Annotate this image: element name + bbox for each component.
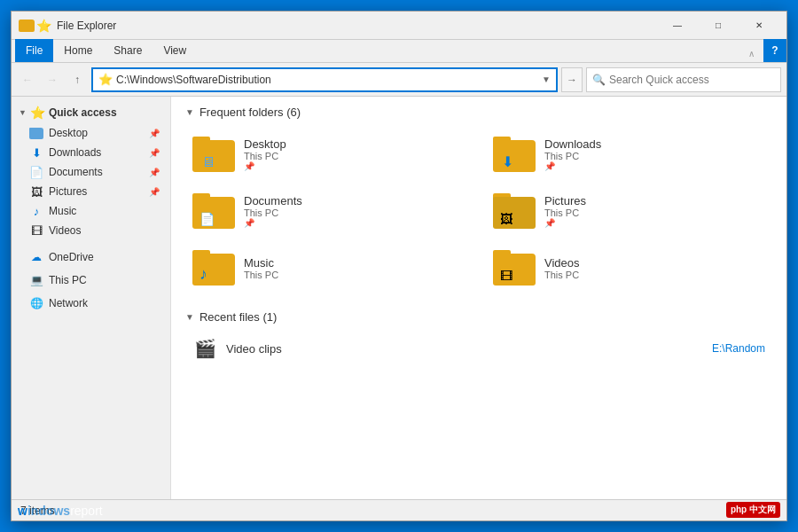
recent-files-label: Recent files (1) (200, 310, 277, 324)
address-go-button[interactable]: → (561, 67, 583, 92)
quick-access-label: Quick access (49, 106, 117, 119)
minimize-button[interactable]: — (657, 12, 698, 40)
sidebar-videos-icon: 🎞 (29, 223, 43, 238)
recent-item-videoclips[interactable]: 🎬 Video clips E:\Random (185, 334, 772, 363)
tab-share[interactable]: Share (103, 39, 153, 62)
folder-downloads-icon: ⬇ (493, 137, 536, 172)
sidebar-onedrive-icon: ☁ (29, 250, 43, 264)
sidebar-item-videos[interactable]: 🎞 Videos (12, 221, 170, 240)
sidebar: ▼ ⭐ Quick access Desktop 📌 ⬇ Downloads 📌 (12, 97, 171, 499)
folder-desktop-icon: 🖥 (192, 137, 235, 172)
sidebar-documents-label: Documents (49, 166, 103, 178)
titlebar-star-icon: ⭐ (36, 19, 51, 33)
folder-documents-icon: 📄 (192, 193, 235, 229)
recent-chevron-icon: ▼ (185, 312, 194, 322)
folder-videos-icon: 🎞 (493, 250, 536, 286)
search-input[interactable] (609, 74, 775, 86)
quick-access-star-icon: ⭐ (30, 106, 45, 120)
sidebar-item-downloads[interactable]: ⬇ Downloads 📌 (12, 143, 170, 162)
titlebar-controls: — □ ✕ (657, 12, 779, 40)
sidebar-desktop-pin: 📌 (149, 129, 160, 138)
item-count: 7 items (20, 505, 55, 517)
folder-downloads-info: Downloads This PC 📌 (544, 137, 601, 171)
help-button[interactable]: ? (763, 39, 786, 62)
sidebar-pictures-pin: 📌 (149, 187, 160, 197)
sidebar-onedrive-label: OneDrive (49, 251, 94, 263)
sidebar-downloads-label: Downloads (49, 146, 101, 159)
frequent-folders-header[interactable]: ▼ Frequent folders (6) (185, 106, 772, 119)
folder-item-pictures[interactable]: 🖼 Pictures This PC 📌 (486, 186, 772, 236)
sidebar-documents-icon: 📄 (29, 165, 43, 179)
tab-home[interactable]: Home (53, 39, 103, 62)
sidebar-pictures-icon: 🖼 (29, 184, 43, 199)
folder-item-documents[interactable]: 📄 Documents This PC 📌 (185, 186, 472, 236)
sidebar-item-thispc[interactable]: 💻 This PC (12, 270, 170, 290)
search-box[interactable]: 🔍 (586, 67, 781, 92)
addressbar: ← → ↑ ⭐ C:\Windows\SoftwareDistribution … (12, 63, 786, 97)
statusbar: 7 items ☰ ⊞ (12, 499, 786, 520)
sidebar-network-icon: 🌐 (29, 296, 43, 310)
sidebar-documents-pin: 📌 (149, 168, 160, 177)
main-area: ▼ ⭐ Quick access Desktop 📌 ⬇ Downloads 📌 (12, 97, 786, 499)
folder-music-icon: ♪ (192, 250, 235, 286)
sidebar-downloads-icon: ⬇ (29, 145, 43, 160)
search-icon: 🔍 (592, 74, 606, 86)
sidebar-item-documents[interactable]: 📄 Documents 📌 (12, 162, 170, 182)
titlebar-folder-icon (19, 20, 35, 32)
sidebar-item-onedrive[interactable]: ☁ OneDrive (12, 247, 170, 267)
folder-videos-info: Videos This PC (544, 256, 580, 280)
folder-documents-info: Documents This PC 📌 (244, 194, 302, 228)
sidebar-network-label: Network (49, 297, 88, 309)
titlebar-title: File Explorer (57, 20, 657, 32)
recent-file-name: Video clips (226, 342, 703, 356)
view-list-icon[interactable]: ☰ (757, 505, 766, 516)
tab-view[interactable]: View (153, 39, 197, 62)
close-button[interactable]: ✕ (739, 12, 779, 40)
tab-file[interactable]: File (15, 39, 53, 62)
sidebar-music-label: Music (49, 205, 76, 217)
sidebar-item-pictures[interactable]: 🖼 Pictures 📌 (12, 182, 170, 201)
sidebar-desktop-icon (29, 126, 43, 140)
sidebar-item-network[interactable]: 🌐 Network (12, 293, 170, 313)
sidebar-desktop-label: Desktop (49, 127, 88, 139)
folder-desktop-info: Desktop This PC 📌 (244, 137, 286, 171)
titlebar: ⭐ File Explorer — □ ✕ (12, 12, 786, 40)
ribbon-expand-icon[interactable]: ∧ (742, 44, 760, 62)
frequent-folders-label: Frequent folders (6) (200, 106, 301, 119)
folder-item-videos[interactable]: 🎞 Videos This PC (486, 243, 772, 293)
address-box[interactable]: ⭐ C:\Windows\SoftwareDistribution ▼ (91, 67, 558, 92)
recent-video-icon: 🎬 (192, 338, 217, 359)
frequent-folders-grid: 🖥 Desktop This PC 📌 ⬇ (185, 129, 772, 293)
address-dropdown-icon[interactable]: ▼ (542, 74, 551, 84)
file-explorer-window: ⭐ File Explorer — □ ✕ File Home Share Vi… (11, 11, 787, 521)
sidebar-downloads-pin: 📌 (149, 148, 160, 158)
sidebar-videos-label: Videos (49, 224, 81, 237)
sidebar-thispc-label: This PC (49, 274, 87, 286)
maximize-button[interactable]: □ (698, 12, 739, 40)
recent-file-path: E:\Random (712, 342, 765, 355)
sidebar-thispc-icon: 💻 (29, 273, 43, 287)
sidebar-item-music[interactable]: ♪ Music (12, 201, 170, 221)
content-area: ▼ Frequent folders (6) 🖥 Desktop This PC… (171, 97, 786, 499)
back-button[interactable]: ← (17, 69, 38, 90)
folder-pictures-info: Pictures This PC 📌 (544, 194, 586, 228)
forward-button[interactable]: → (42, 69, 63, 90)
folder-item-downloads[interactable]: ⬇ Downloads This PC 📌 (486, 129, 772, 179)
sidebar-item-desktop[interactable]: Desktop 📌 (12, 123, 170, 143)
recent-files-header[interactable]: ▼ Recent files (1) (185, 310, 772, 324)
quick-access-header[interactable]: ▼ ⭐ Quick access (12, 102, 170, 123)
sidebar-music-icon: ♪ (29, 204, 43, 218)
ribbon-tabs: File Home Share View ∧ ? (12, 40, 786, 63)
up-button[interactable]: ↑ (66, 69, 88, 90)
sidebar-pictures-label: Pictures (49, 185, 87, 198)
view-grid-icon[interactable]: ⊞ (770, 505, 778, 516)
frequent-chevron-icon: ▼ (185, 107, 194, 117)
folder-music-info: Music This PC (244, 256, 278, 280)
view-controls: ☰ ⊞ (757, 505, 778, 516)
folder-item-music[interactable]: ♪ Music This PC (185, 243, 472, 293)
address-star-icon: ⭐ (98, 73, 113, 86)
address-text: C:\Windows\SoftwareDistribution (116, 74, 538, 86)
folder-item-desktop[interactable]: 🖥 Desktop This PC 📌 (185, 129, 472, 179)
folder-pictures-icon: 🖼 (493, 193, 536, 229)
chevron-down-icon: ▼ (19, 108, 27, 117)
